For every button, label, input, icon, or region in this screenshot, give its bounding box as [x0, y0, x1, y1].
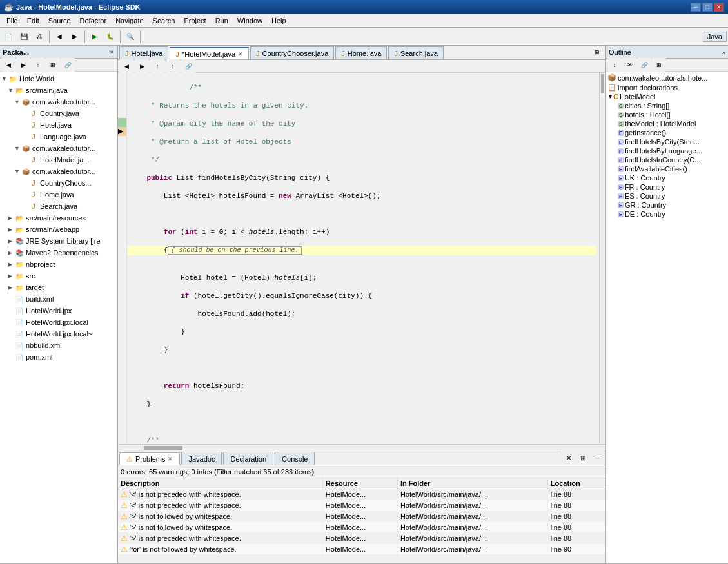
class-toggle[interactable]: ▼	[607, 93, 613, 100]
table-row[interactable]: ⚠ '>' is not followed by whitespace. Hot…	[118, 511, 605, 522]
outline-item-de[interactable]: F DE : Country	[607, 209, 727, 219]
outline-item-package[interactable]: 📦 com.wakaleo.tutorials.hote...	[607, 73, 727, 83]
code-area[interactable]: /** * Returns the hotels in a given city…	[127, 73, 599, 444]
pe-up-btn[interactable]: ↑	[31, 58, 45, 72]
tree-item-buildxml[interactable]: 📄 build.xml	[1, 293, 116, 305]
pe-back-btn[interactable]: ◀	[1, 58, 15, 72]
tree-item-jre[interactable]: ▶ 📚 JRE System Library [jre	[1, 235, 116, 247]
table-row[interactable]: ⚠ '>' is not followed by whitespace. Hot…	[118, 522, 605, 533]
tree-item-hotelworld[interactable]: ▼ 📁 HotelWorld	[1, 73, 116, 84]
tab-console[interactable]: Console	[275, 452, 315, 465]
outline-hide-btn[interactable]: 👁	[622, 58, 636, 72]
tree-item-hotel-java[interactable]: J Hotel.java	[1, 119, 116, 131]
tab-search-java[interactable]: J Search.java	[388, 46, 444, 59]
tab-javadoc[interactable]: Javadoc	[181, 452, 222, 465]
tree-item-search-java[interactable]: J Search.java	[1, 200, 116, 212]
outline-item-findhotels-city[interactable]: F findHotelsByCity(Strin...	[607, 137, 727, 146]
menu-item-help[interactable]: Help	[268, 15, 290, 26]
bottom-panel-min-btn[interactable]: ─	[590, 451, 604, 465]
table-row[interactable]: ⚠ '<' is not preceded with whitespace. H…	[118, 489, 605, 500]
tree-item-pkg3[interactable]: ▼ 📦 com.wakaleo.tutor...	[1, 166, 116, 177]
tree-toggle[interactable]: ▼	[1, 75, 8, 82]
tree-item-src-main[interactable]: ▼ 📂 src/main/java	[1, 84, 116, 96]
tree-item-language-java[interactable]: J Language.java	[1, 131, 116, 142]
table-row[interactable]: ⚠ '<' is not preceded with whitespace. H…	[118, 500, 605, 511]
tree-item-webapp[interactable]: ▶ 📂 src/main/webapp	[1, 224, 116, 235]
ed-link-btn[interactable]: 🔗	[181, 59, 195, 73]
tree-toggle[interactable]: ▼	[14, 99, 21, 105]
scrollbar-thumb[interactable]	[601, 74, 604, 93]
ed-toggle-btn[interactable]: ↕	[166, 59, 180, 73]
menu-item-run[interactable]: Run	[212, 15, 232, 26]
outline-item-fr[interactable]: F FR : Country	[607, 182, 727, 191]
menu-item-window[interactable]: Window	[233, 15, 266, 26]
editor-maximize-btn[interactable]: ⊞	[590, 46, 604, 59]
outline-item-findcities[interactable]: F findAvailableCities()	[607, 164, 727, 173]
tree-item-country-java[interactable]: J Country.java	[1, 108, 116, 119]
tree-toggle[interactable]: ▼	[14, 145, 21, 151]
tree-toggle[interactable]: ▼	[14, 168, 21, 175]
editor-body[interactable]: ▶ /** * Returns the hotels in a given ci…	[118, 73, 605, 444]
outline-item-imports[interactable]: 📋 import declarations	[607, 83, 727, 92]
tree-item-resources[interactable]: ▶ 📂 src/main/resources	[1, 212, 116, 224]
editor-scrollbar[interactable]	[599, 73, 605, 444]
col-location[interactable]: Location	[547, 478, 605, 489]
tree-item-src[interactable]: ▶ 📁 src	[1, 270, 116, 282]
outline-item-hotels[interactable]: S hotels : Hotel[]	[607, 110, 727, 119]
maximize-button[interactable]: □	[702, 3, 713, 12]
tab-problems[interactable]: ⚠ Problems ✕	[119, 452, 180, 465]
tab-hotelmodel-java[interactable]: J *HotelModel.java ✕	[170, 47, 249, 60]
menu-item-search[interactable]: Search	[149, 15, 179, 26]
tree-item-nbproject[interactable]: ▶ 📁 nbproject	[1, 258, 116, 270]
h-scrollbar-thumb[interactable]	[144, 446, 182, 450]
tree-toggle[interactable]: ▶	[8, 249, 14, 256]
pe-fwd-btn[interactable]: ▶	[16, 58, 30, 72]
tab-close[interactable]: ✕	[168, 456, 173, 462]
new-button[interactable]: 📄	[1, 30, 15, 44]
tree-item-pomxml[interactable]: 📄 pom.xml	[1, 351, 116, 363]
outline-item-es[interactable]: F ES : Country	[607, 191, 727, 200]
tree-item-hotelworld-jpx[interactable]: 📄 HotelWorld.jpx	[1, 305, 116, 316]
outline-item-findhotels-lang[interactable]: F findHotelsByLanguage...	[607, 146, 727, 155]
outline-item-gr[interactable]: F GR : Country	[607, 200, 727, 209]
ed-fwd-btn[interactable]: ▶	[135, 59, 149, 73]
tree-item-hotelworld-jpx-local2[interactable]: 📄 HotelWorld.jpx.local~	[1, 328, 116, 340]
col-resource[interactable]: Resource	[322, 478, 397, 489]
java-perspective[interactable]: Java	[703, 32, 727, 42]
outline-collapse-btn[interactable]: ⊞	[652, 58, 666, 72]
table-row[interactable]: ⚠ 'for' is not followed by whitespace. H…	[118, 544, 605, 555]
close-button[interactable]: ✕	[714, 3, 724, 12]
tab-countrychooser-java[interactable]: J CountryChooser.java	[250, 46, 334, 59]
tab-declaration[interactable]: Declaration	[223, 452, 273, 465]
tree-toggle[interactable]: ▶	[8, 273, 14, 279]
menu-item-edit[interactable]: Edit	[23, 15, 43, 26]
col-description[interactable]: Description	[118, 478, 322, 489]
tree-toggle[interactable]: ▶	[8, 261, 14, 267]
back-button[interactable]: ◀	[52, 30, 66, 44]
tree-item-maven[interactable]: ▶ 📚 Maven2 Dependencies	[1, 247, 116, 258]
menu-item-source[interactable]: Source	[44, 15, 75, 26]
bottom-panel-max-btn[interactable]: ⊞	[576, 451, 590, 465]
tree-item-pkg1[interactable]: ▼ 📦 com.wakaleo.tutor...	[1, 96, 116, 108]
fwd-button[interactable]: ▶	[68, 30, 82, 44]
bottom-panel-close-btn[interactable]: ✕	[562, 451, 576, 465]
tree-item-countryc-java[interactable]: J CountryChoos...	[1, 177, 116, 189]
tree-item-target[interactable]: ▶ 📁 target	[1, 282, 116, 293]
outline-sort-btn[interactable]: ↕	[607, 58, 622, 72]
ed-back-btn[interactable]: ◀	[119, 59, 133, 73]
tree-item-hotelmodel-java[interactable]: J HotelModel.ja...	[1, 154, 116, 166]
outline-item-findhotels-country[interactable]: F findHotelsInCountry(C...	[607, 155, 727, 164]
save-button[interactable]: 💾	[17, 30, 31, 44]
tree-toggle[interactable]: ▼	[8, 87, 14, 93]
tree-toggle[interactable]: ▶	[8, 226, 14, 233]
outline-item-hotelmodel-class[interactable]: ▼ C HotelModel	[607, 92, 727, 101]
outline-item-cities[interactable]: S cities : String[]	[607, 101, 727, 110]
pe-collapse-all-btn[interactable]: ⊞	[46, 58, 60, 72]
tree-item-nbbuild[interactable]: 📄 nbbuild.xml	[1, 340, 116, 351]
pe-collapse-btn[interactable]: ×	[109, 49, 115, 55]
tree-toggle[interactable]: ▶	[8, 284, 14, 291]
print-button[interactable]: 🖨	[32, 30, 46, 44]
col-infolder[interactable]: In Folder	[397, 478, 547, 489]
menu-item-refactor[interactable]: Refactor	[76, 15, 111, 26]
outline-item-uk[interactable]: F UK : Country	[607, 173, 727, 182]
